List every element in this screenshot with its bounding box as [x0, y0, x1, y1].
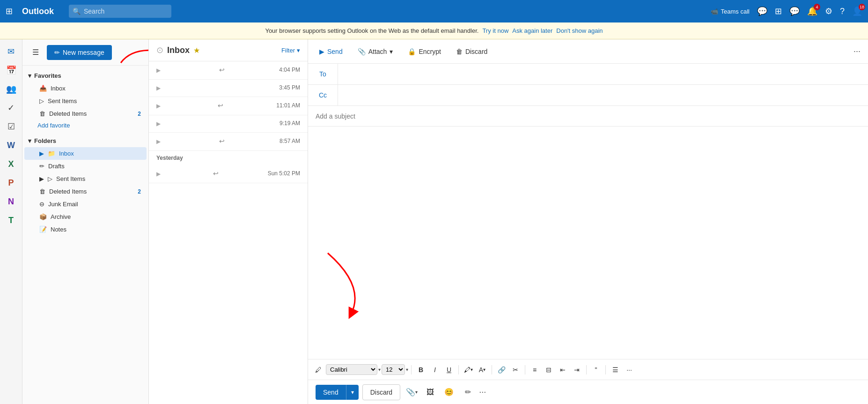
bullets-button[interactable]: ≡: [528, 363, 541, 376]
hamburger-button[interactable]: ☰: [28, 45, 43, 60]
dont-show-link[interactable]: Don't show again: [556, 27, 603, 34]
word-app-button[interactable]: W: [3, 137, 20, 154]
send-more-button[interactable]: ···: [479, 387, 486, 397]
attach-bottom-icon: 📎: [406, 388, 415, 397]
send-main-button[interactable]: Send: [316, 385, 346, 400]
numbering-button[interactable]: ⊟: [542, 363, 555, 376]
discard-button-top[interactable]: 🗑 Discard: [452, 46, 491, 57]
cc-label-button[interactable]: Cc: [308, 85, 338, 105]
more-options-button[interactable]: ···: [853, 46, 861, 56]
sidebar-item-deleted[interactable]: 🗑 Deleted Items 2: [24, 185, 147, 198]
font-family-select[interactable]: Calibri Arial Times New Roman: [326, 364, 377, 375]
bold-button[interactable]: B: [414, 363, 427, 376]
compose-icon: ✏: [54, 49, 60, 56]
favorites-section[interactable]: ▾ Favorites: [22, 69, 148, 82]
underline-button[interactable]: U: [442, 363, 456, 376]
todo-nav-button[interactable]: ☑: [3, 118, 20, 135]
compose-body[interactable]: [308, 127, 868, 359]
message-item[interactable]: ▶ 9:19 AM: [149, 115, 308, 133]
message-item[interactable]: ▶ 3:45 PM: [149, 80, 308, 97]
search-icon: 🔍: [73, 7, 81, 15]
powerpoint-app-button[interactable]: P: [3, 174, 20, 191]
unlink-button[interactable]: ✂: [509, 363, 522, 376]
drafts-icon: ✏: [39, 163, 44, 170]
to-label-button[interactable]: To: [308, 64, 338, 84]
add-favorite-link[interactable]: Add favorite: [22, 120, 148, 131]
cc-input[interactable]: [338, 88, 868, 103]
teams-app-button[interactable]: T: [3, 212, 20, 229]
attach-button[interactable]: 📎 Attach ▾: [354, 46, 397, 57]
sidebar-item-inbox[interactable]: ▶ 📁 Inbox: [24, 147, 147, 160]
sidebar-item-deleted-fav[interactable]: 🗑 Deleted Items 2: [24, 107, 147, 120]
signature-icon: ✏: [465, 388, 471, 397]
help-icon[interactable]: ?: [840, 7, 845, 16]
to-input[interactable]: [338, 67, 868, 82]
image-button[interactable]: 🖼: [423, 385, 438, 400]
signature-button[interactable]: ✏: [460, 385, 475, 400]
message-item[interactable]: ▶ ↩ 8:57 AM: [149, 133, 308, 151]
encrypt-button[interactable]: 🔒 Encrypt: [404, 46, 444, 57]
italic-button[interactable]: I: [428, 363, 441, 376]
excel-app-button[interactable]: X: [3, 156, 20, 172]
highlight-button[interactable]: 🖍▾: [462, 363, 475, 376]
send-toolbar: Send ▾ Discard 📎 ▾ 🖼 😊 ✏ ···: [308, 380, 868, 404]
increase-indent-button[interactable]: ⇥: [570, 363, 583, 376]
banner: Your browser supports setting Outlook on…: [0, 22, 868, 39]
sidebar-item-notes[interactable]: 📝 Notes: [24, 223, 147, 236]
onenote-app-button[interactable]: N: [3, 193, 20, 210]
search-input[interactable]: [69, 5, 171, 18]
font-color-button[interactable]: A▾: [476, 363, 489, 376]
notifications-icon[interactable]: 🔔 4: [807, 6, 817, 16]
banner-text: Your browser supports setting Outlook on…: [265, 27, 478, 34]
align-button[interactable]: ☰: [609, 363, 622, 376]
user-avatar[interactable]: 👤 18: [852, 6, 862, 16]
filter-button[interactable]: Filter ▾: [281, 47, 300, 54]
chat-icon[interactable]: 💬: [757, 6, 767, 16]
message-item[interactable]: ▶ ↩ 4:04 PM: [149, 61, 308, 80]
sidebar-item-inbox-fav[interactable]: 📥 Inbox: [24, 82, 147, 95]
sidebar-item-sent-fav[interactable]: ▷ Sent Items: [24, 95, 147, 107]
trash-compose-icon: 🗑: [456, 48, 463, 55]
compose-toolbar: ▶ Send 📎 Attach ▾ 🔒 Encrypt 🗑 Discard ··…: [308, 39, 868, 64]
inbox-star-icon[interactable]: ★: [193, 46, 200, 55]
sidebar-item-archive[interactable]: 📦 Archive: [24, 210, 147, 223]
people-nav-button[interactable]: 👥: [3, 81, 20, 97]
apps-icon[interactable]: ⊞: [775, 6, 782, 16]
decrease-indent-button[interactable]: ⇤: [556, 363, 569, 376]
try-now-link[interactable]: Try it now: [482, 27, 508, 34]
teams-call-button[interactable]: 📹 Teams call: [711, 8, 750, 15]
ask-later-link[interactable]: Ask again later: [512, 27, 552, 34]
emoji-button[interactable]: 😊: [441, 385, 456, 400]
icon-sidebar: ✉ 📅 👥 ✓ ☑ W X P N T: [0, 39, 22, 404]
new-message-button[interactable]: ✏ New message: [47, 45, 112, 60]
grid-icon[interactable]: ⊞: [6, 6, 13, 16]
quote-button[interactable]: ": [589, 363, 603, 376]
sidebar-item-sent[interactable]: ▶ ▷ Sent Items: [24, 172, 147, 185]
send-dropdown-button[interactable]: ▾: [346, 385, 359, 400]
discard-bottom-button[interactable]: Discard: [362, 384, 400, 400]
format-more-button[interactable]: 🖊: [312, 363, 325, 376]
tasks-nav-button[interactable]: ✓: [3, 99, 20, 116]
archive-icon: 📦: [39, 213, 47, 220]
attach-bottom-button[interactable]: 📎 ▾: [404, 385, 419, 400]
feedback-icon[interactable]: 💬: [789, 6, 800, 16]
subject-input[interactable]: [308, 109, 868, 124]
font-size-select[interactable]: 12 10 14 16: [382, 364, 405, 375]
sidebar-item-drafts[interactable]: ✏ Drafts: [24, 160, 147, 172]
message-item[interactable]: ▶ ↩ 11:01 AM: [149, 97, 308, 115]
link-button[interactable]: 🔗: [495, 363, 508, 376]
topbar-right: 📹 Teams call 💬 ⊞ 💬 🔔 4 ⚙ ? 👤 18: [711, 6, 862, 16]
folders-section[interactable]: ▾ Folders: [22, 135, 148, 147]
nav-panel: ☰ ✏ New message ▾ Favorites: [22, 39, 149, 404]
message-item[interactable]: ▶ ↩ Sun 5:02 PM: [149, 165, 308, 183]
send-button-top[interactable]: ▶ Send: [316, 46, 346, 57]
settings-icon[interactable]: ⚙: [825, 6, 832, 16]
user-badge: 18: [859, 4, 865, 10]
format-more2-button[interactable]: ···: [623, 363, 636, 376]
expand-icon: ▶: [156, 67, 161, 74]
inbox-folder-icon: 📁: [48, 150, 55, 157]
sidebar-item-junk[interactable]: ⊖ Junk Email: [24, 198, 147, 210]
calendar-nav-button[interactable]: 📅: [3, 62, 20, 79]
topbar: ⊞ Outlook 🔍 📹 Teams call 💬 ⊞ 💬 🔔 4 ⚙ ? 👤…: [0, 0, 868, 22]
mail-nav-button[interactable]: ✉: [3, 43, 20, 60]
